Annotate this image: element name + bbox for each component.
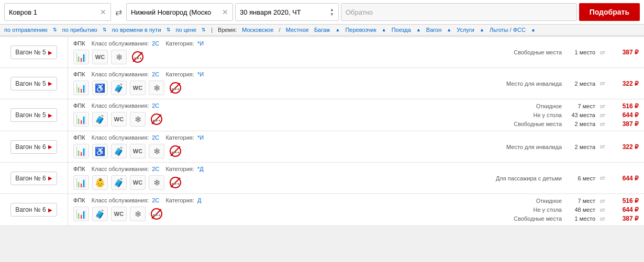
- carrier-filter[interactable]: Перевозчик: [345, 27, 376, 33]
- car-number-button[interactable]: Вагон № 5 ▶: [10, 77, 57, 90]
- price-value: 387 ₽: [610, 120, 639, 128]
- date-input-wrapper: ▲ ▼: [235, 3, 339, 21]
- car-filter[interactable]: Вагон: [426, 27, 441, 33]
- car-icons-row: 📊WC❄: [73, 50, 471, 64]
- svg-rect-14: [172, 152, 176, 153]
- car-number-label: Вагон № 5: [15, 49, 46, 56]
- seat-count: 6 мест: [564, 175, 595, 181]
- sort-by-departure[interactable]: по отправлению: [4, 27, 48, 33]
- from-label: от: [597, 175, 608, 181]
- car-class[interactable]: 2С: [152, 40, 159, 47]
- svg-rect-18: [172, 183, 176, 185]
- price-value: 516 ₽: [610, 197, 639, 204]
- snowflake-icon: ❄: [149, 81, 164, 95]
- baggage-icon: ▲: [335, 27, 340, 32]
- benefits-icon: ▲: [531, 27, 536, 32]
- car-class[interactable]: 2С: [152, 197, 159, 203]
- car-class[interactable]: 2С: [152, 71, 159, 77]
- car-icons-row: 📊♿🧳WC❄: [73, 144, 471, 158]
- seat-count: 2 места: [564, 121, 595, 127]
- car-class[interactable]: 2С: [152, 134, 159, 141]
- disability-icon: ♿: [92, 144, 108, 158]
- from-clear-btn[interactable]: ✕: [100, 8, 106, 16]
- car-provider: ФПК: [73, 197, 85, 203]
- car-number-button[interactable]: Вагон № 5 ▶: [10, 108, 57, 122]
- seat-count: 1 место: [564, 215, 595, 222]
- car-number-button[interactable]: Вагон № 6 ▶: [10, 172, 57, 185]
- sort-by-travel[interactable]: по времени в пути: [112, 27, 161, 33]
- car-provider: ФПК: [73, 40, 85, 47]
- bag-icon: 🧳: [111, 144, 127, 158]
- car-number-button[interactable]: Вагон № 6 ▶: [10, 140, 57, 154]
- price-value: 387 ₽: [610, 49, 639, 56]
- header: ✕ ⇄ ✕ ▲ ▼ Обратно Подобрать: [0, 0, 644, 25]
- date-arrows[interactable]: ▲ ▼: [330, 8, 334, 17]
- from-input-wrapper: ✕: [4, 3, 111, 21]
- child-icon: 👶: [92, 175, 108, 190]
- wc-icon: WC: [130, 81, 146, 95]
- snowflake-icon: ❄: [130, 112, 146, 127]
- nosmoking-icon: [168, 81, 183, 95]
- date-up-icon[interactable]: ▲: [330, 8, 334, 12]
- nosmoking-icon: [149, 112, 164, 127]
- from-input[interactable]: [9, 8, 97, 16]
- price-label: Свободные места: [482, 215, 562, 222]
- seat-count: 43 места: [564, 112, 595, 118]
- car-class[interactable]: 2С: [152, 166, 159, 172]
- car-icons-row: 📊♿🧳WC❄: [73, 81, 471, 95]
- car-number-button[interactable]: Вагон № 5 ▶: [10, 45, 57, 59]
- snowflake-icon: ❄: [149, 175, 164, 190]
- chart-icon: 📊: [73, 144, 89, 158]
- price-value: 322 ₽: [610, 80, 639, 87]
- car-class[interactable]: 2С: [152, 102, 159, 109]
- train-filter[interactable]: Поезда: [392, 27, 411, 33]
- price-value: 644 ₽: [610, 111, 639, 119]
- sort-by-arrival[interactable]: по прибытию: [62, 27, 97, 33]
- chart-icon: 📊: [73, 81, 89, 95]
- car-middle: ФПК Класс обслуживания: 2С Категория: *И…: [68, 131, 476, 162]
- car-number-button[interactable]: Вагон № 6 ▶: [10, 203, 57, 217]
- svg-line-21: [152, 209, 161, 219]
- carrier-icon: ▲: [382, 27, 386, 32]
- chart-icon: 📊: [73, 50, 89, 64]
- from-label: от: [597, 144, 608, 150]
- to-input[interactable]: [131, 8, 219, 16]
- car-meta: ФПК Класс обслуживания: 2С Категория: *И: [73, 40, 471, 47]
- to-clear-btn[interactable]: ✕: [222, 8, 228, 16]
- time-moscow[interactable]: Московское: [242, 27, 273, 33]
- from-label: от: [597, 112, 608, 118]
- sort-arrival-icon: ⇅: [103, 27, 107, 32]
- from-label: от: [597, 216, 608, 222]
- svg-rect-2: [134, 58, 139, 59]
- search-button[interactable]: Подобрать: [579, 3, 640, 21]
- price-row: Не у стола 43 места от 644 ₽: [482, 111, 639, 119]
- car-category: Д: [197, 197, 201, 203]
- svg-rect-15: [177, 152, 179, 153]
- time-local[interactable]: Местное: [286, 27, 309, 33]
- from-label: от: [597, 50, 608, 55]
- date-down-icon[interactable]: ▼: [330, 13, 334, 17]
- car-provider: ФПК: [73, 71, 85, 77]
- price-row: Для пассажира с детьми 6 мест от 644 ₽: [482, 175, 639, 182]
- car-middle: ФПК Класс обслуживания: 2С Категория: *И…: [68, 68, 476, 99]
- services-filter[interactable]: Услуги: [457, 27, 474, 33]
- swap-icon[interactable]: ⇄: [113, 7, 124, 17]
- benefits-filter[interactable]: Льготы / ФСС: [490, 27, 526, 33]
- price-value: 387 ₽: [610, 215, 639, 222]
- baggage-filter[interactable]: Багаж: [314, 27, 330, 33]
- car-meta: ФПК Класс обслуживания: 2С Категория: *Д: [73, 166, 471, 172]
- car-middle: ФПК Класс обслуживания: 2С Категория: Д📊…: [68, 194, 476, 225]
- sort-by-price[interactable]: по цене: [176, 27, 197, 33]
- from-label: от: [597, 81, 608, 86]
- seat-count: 2 места: [564, 144, 595, 150]
- date-input[interactable]: [240, 8, 328, 16]
- car-provider: ФПК: [73, 166, 85, 172]
- back-input[interactable]: Обратно: [341, 3, 577, 21]
- sort-travel-icon: ⇅: [166, 27, 171, 32]
- car-icon: ▲: [447, 27, 451, 32]
- price-label: Свободные места: [482, 121, 562, 127]
- seat-count: 7 мест: [564, 103, 595, 109]
- time-label: Время:: [218, 27, 237, 33]
- car-arrow-icon: ▶: [48, 144, 52, 150]
- wc-icon: WC: [111, 207, 127, 221]
